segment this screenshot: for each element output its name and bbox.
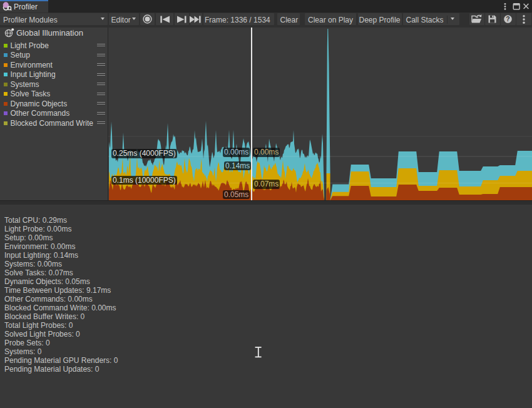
- svg-text:?: ?: [506, 15, 509, 23]
